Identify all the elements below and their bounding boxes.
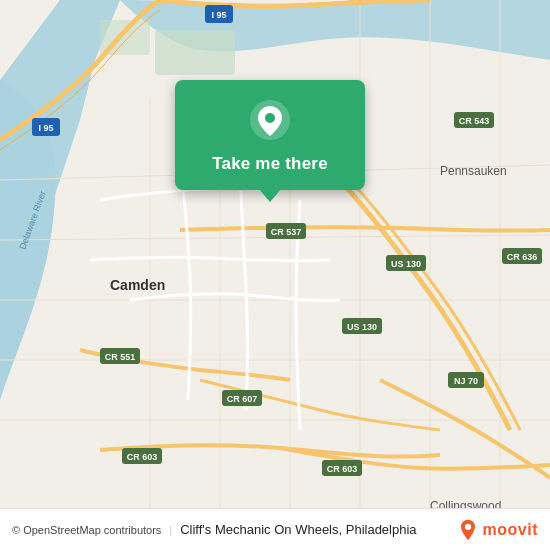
- location-pin-icon: [248, 98, 292, 142]
- svg-text:CR 537: CR 537: [271, 227, 302, 237]
- location-label: Cliff's Mechanic On Wheels, Philadelphia: [180, 522, 416, 537]
- bottom-info: © OpenStreetMap contributors | Cliff's M…: [12, 522, 417, 537]
- svg-text:CR 543: CR 543: [459, 116, 490, 126]
- take-me-there-button[interactable]: Take me there: [212, 152, 328, 176]
- svg-text:Pennsauken: Pennsauken: [440, 164, 507, 178]
- bottom-bar: © OpenStreetMap contributors | Cliff's M…: [0, 508, 550, 550]
- svg-text:I 95: I 95: [38, 123, 53, 133]
- svg-text:Camden: Camden: [110, 277, 165, 293]
- popup-card[interactable]: Take me there: [175, 80, 365, 190]
- svg-text:I 95: I 95: [211, 10, 226, 20]
- svg-text:CR 603: CR 603: [327, 464, 358, 474]
- moovit-text: moovit: [483, 521, 538, 539]
- moovit-pin-icon: [457, 519, 479, 541]
- svg-text:CR 603: CR 603: [127, 452, 158, 462]
- attribution-text: © OpenStreetMap contributors: [12, 524, 161, 536]
- svg-text:NJ 70: NJ 70: [454, 376, 478, 386]
- svg-text:US 130: US 130: [347, 322, 377, 332]
- svg-text:CR 607: CR 607: [227, 394, 258, 404]
- svg-point-43: [265, 113, 275, 123]
- moovit-logo: moovit: [457, 519, 538, 541]
- svg-rect-1: [155, 30, 235, 75]
- svg-text:CR 636: CR 636: [507, 252, 538, 262]
- svg-point-44: [464, 523, 470, 529]
- svg-text:US 130: US 130: [391, 259, 421, 269]
- map-container: I 95 I 95 CR 543 CR 537 US 130 US 130 CR…: [0, 0, 550, 550]
- svg-text:CR 551: CR 551: [105, 352, 136, 362]
